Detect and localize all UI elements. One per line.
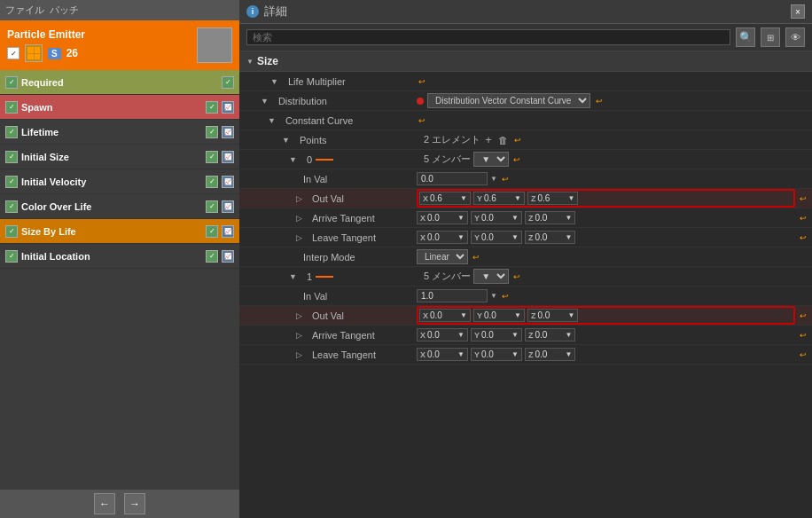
points-reset[interactable]: ↩ — [512, 136, 523, 145]
check-size-by-life: ✓ — [5, 225, 18, 238]
point1-member-dropdown[interactable]: ▼ — [473, 269, 509, 284]
point0-outval-y-input[interactable] — [484, 193, 512, 203]
point0-interp-dropdown[interactable]: Linear — [417, 249, 468, 264]
point1-leave-x-input[interactable] — [427, 349, 456, 359]
point0-outval-x-input[interactable] — [430, 193, 458, 203]
label-size-by-life: Size By Life — [21, 226, 202, 237]
close-button[interactable]: × — [791, 4, 805, 19]
life-multiplier-reset[interactable]: ↩ — [417, 77, 427, 86]
point1-expand[interactable]: ▼ — [239, 272, 300, 281]
arrow-right-btn[interactable]: → — [124, 493, 145, 514]
point1-inval-input[interactable] — [417, 289, 488, 302]
point0-member-dropdown[interactable]: ▼ — [473, 152, 509, 167]
point1-outval-x-input[interactable] — [430, 310, 458, 320]
point0-arrive-xyz: X ▼ Y ▼ Z ▼ — [417, 211, 795, 224]
point0-arrive-y-label: Y — [474, 214, 480, 223]
sidebar-item-lifetime[interactable]: ✓ Lifetime ✓ 📈 — [0, 120, 239, 145]
point1-leave-expand[interactable]: ▷ — [239, 350, 305, 359]
point0-leave-z-arrow: ▼ — [565, 233, 572, 241]
distribution-status-dot — [417, 98, 424, 105]
point0-outval-x-label: X — [423, 194, 428, 203]
sidebar-item-spawn[interactable]: ✓ Spawn ✓ 📈 — [0, 95, 239, 120]
sidebar-item-initial-velocity[interactable]: ✓ Initial Velocity ✓ 📈 — [0, 169, 239, 194]
menu-file[interactable]: ファイル — [5, 4, 44, 17]
sidebar-item-required[interactable]: ✓ Required ✓ — [0, 70, 239, 95]
points-add-btn[interactable]: + — [483, 133, 494, 146]
distribution-reset[interactable]: ↩ — [594, 97, 605, 106]
point1-arrive-expand[interactable]: ▷ — [239, 331, 305, 340]
sidebar-item-color-over-life[interactable]: ✓ Color Over Life ✓ 📈 — [0, 194, 239, 219]
label-required: Required — [21, 77, 218, 88]
point0-outval-row: ▷ Out Val X ▼ Y ▼ Z — [239, 189, 812, 208]
life-multiplier-expand[interactable]: ▼ — [268, 77, 281, 86]
point0-outval-z-field: Z ▼ — [527, 192, 578, 205]
point1-reset[interactable]: ↩ — [511, 272, 522, 281]
point1-outval-x-arrow: ▼ — [460, 311, 467, 319]
point0-header-row: ▼ 0 5 メンバー ▼ ↩ — [239, 150, 812, 169]
point0-interp-reset[interactable]: ↩ — [471, 253, 481, 262]
point1-outval-y-arrow: ▼ — [514, 311, 521, 319]
grid-view-btn[interactable]: ⊞ — [761, 27, 780, 47]
point0-outval-z-input[interactable] — [537, 193, 566, 203]
point0-arrive-row: ▷ Arrive Tangent X ▼ Y ▼ Z — [239, 208, 812, 228]
point0-outval-expand[interactable]: ▷ — [239, 194, 305, 203]
chart-size-by-life: 📈 — [222, 225, 234, 238]
top-menu-bar: ファイル パッチ — [0, 0, 239, 20]
points-count: 2 エレメント — [417, 133, 480, 146]
sidebar-item-initial-size[interactable]: ✓ Initial Size ✓ 📈 — [0, 145, 239, 169]
point0-leave-expand[interactable]: ▷ — [239, 233, 305, 242]
point1-outval-z-input[interactable] — [537, 310, 566, 320]
constant-curve-reset[interactable]: ↩ — [417, 116, 427, 125]
point1-inval-reset[interactable]: ↩ — [500, 292, 511, 301]
point1-leave-z-input[interactable] — [535, 349, 563, 359]
sidebar-item-size-by-life[interactable]: ✓ Size By Life ✓ 📈 — [0, 219, 239, 244]
point0-leave-z-input[interactable] — [535, 232, 563, 242]
point0-arrive-expand[interactable]: ▷ — [239, 214, 305, 223]
search-icon-btn[interactable]: 🔍 — [736, 27, 755, 47]
point1-outval-expand[interactable]: ▷ — [239, 311, 305, 320]
arrow-left-btn[interactable]: ← — [94, 493, 115, 514]
point0-leave-y-input[interactable] — [481, 232, 510, 242]
search-input[interactable] — [246, 29, 730, 45]
point0-outval-reset[interactable]: ↩ — [798, 194, 808, 203]
points-del-btn[interactable]: 🗑 — [496, 135, 510, 145]
point1-arrive-reset[interactable]: ↩ — [798, 331, 808, 340]
emitter-checkbox[interactable]: ✓ — [7, 47, 20, 59]
sidebar-item-initial-location[interactable]: ✓ Initial Location ✓ 📈 — [0, 244, 239, 269]
point0-arrive-x-input[interactable] — [427, 213, 456, 223]
point0-arrive-z-input[interactable] — [535, 213, 563, 223]
point1-outval-y-input[interactable] — [484, 310, 512, 320]
chart-initial-location: 📈 — [222, 250, 234, 263]
point0-arrive-y-arrow: ▼ — [511, 214, 519, 222]
point0-leave-x-input[interactable] — [427, 232, 456, 242]
points-expand[interactable]: ▼ — [239, 136, 293, 145]
point0-expand[interactable]: ▼ — [239, 155, 300, 164]
point1-arrive-z-input[interactable] — [535, 330, 563, 340]
point1-leave-y-input[interactable] — [481, 349, 510, 359]
point0-arrive-y-field: Y ▼ — [471, 211, 522, 224]
point0-arrive-y-input[interactable] — [481, 213, 510, 223]
point1-arrive-x-input[interactable] — [427, 330, 456, 340]
point1-leave-reset[interactable]: ↩ — [798, 350, 808, 359]
point1-leave-z-label: Z — [528, 350, 534, 359]
point0-reset[interactable]: ↩ — [511, 155, 522, 164]
constant-curve-expand[interactable]: ▼ — [239, 116, 278, 125]
size-section-header[interactable]: ▼ Size — [239, 51, 812, 72]
point0-outval-y-field: Y ▼ — [473, 192, 525, 205]
eye-btn[interactable]: 👁 — [785, 27, 805, 47]
point1-outval-reset[interactable]: ↩ — [798, 311, 808, 320]
distribution-expand[interactable]: ▼ — [239, 97, 271, 106]
point0-inval-label: In Val — [239, 174, 327, 184]
size-section-title: Size — [257, 55, 278, 67]
point1-arrive-y-input[interactable] — [481, 330, 510, 340]
point0-inval-arrow: ▼ — [490, 175, 497, 183]
menu-patch[interactable]: パッチ — [50, 4, 79, 17]
point0-arrive-reset[interactable]: ↩ — [798, 214, 808, 223]
distribution-dropdown[interactable]: Distribution Vector Constant Curve — [427, 93, 590, 108]
point0-arrive-x-arrow: ▼ — [457, 214, 465, 222]
point0-inval-reset[interactable]: ↩ — [500, 175, 511, 184]
point0-leave-reset[interactable]: ↩ — [798, 233, 808, 242]
chart-initial-velocity: 📈 — [222, 176, 234, 188]
point0-leave-row: ▷ Leave Tangent X ▼ Y ▼ Z — [239, 228, 812, 247]
point0-inval-input[interactable] — [417, 172, 488, 185]
